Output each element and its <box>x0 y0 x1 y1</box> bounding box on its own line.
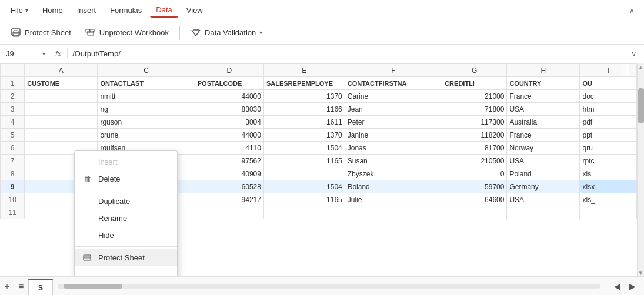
sheet-menu-button[interactable]: ≡ <box>14 279 28 293</box>
scroll-up-button[interactable]: ▲ <box>638 63 644 71</box>
cell-g11[interactable] <box>442 206 507 219</box>
collapse-icon[interactable]: ∧ <box>625 4 639 17</box>
cell-e4[interactable]: 1611 <box>263 116 345 129</box>
menu-insert[interactable]: Insert <box>71 4 102 17</box>
cell-h5[interactable]: France <box>507 129 580 142</box>
col-header-h[interactable]: H <box>507 64 580 77</box>
cell-c5[interactable]: orune <box>98 129 195 142</box>
col-header-d[interactable]: D <box>195 64 263 77</box>
cell-f11[interactable] <box>345 206 442 219</box>
cell-f4[interactable]: Peter <box>345 116 442 129</box>
context-menu-insert[interactable]: Insert <box>75 153 177 170</box>
context-menu-delete[interactable]: 🗑 Delete <box>75 170 177 187</box>
cell-h1[interactable]: COUNTRY <box>507 77 580 90</box>
cell-i11[interactable] <box>580 206 637 219</box>
cell-h4[interactable]: Australia <box>507 116 580 129</box>
cell-d11[interactable] <box>195 206 263 219</box>
cell-h3[interactable]: USA <box>507 103 580 116</box>
cell-e9[interactable]: 1504 <box>263 180 345 193</box>
formula-expand-icon[interactable]: ∨ <box>626 49 642 58</box>
scroll-left-button[interactable]: ◀ <box>610 279 624 293</box>
col-header-a[interactable]: A <box>25 64 98 77</box>
cell-reference[interactable]: J9 ▾ <box>2 49 49 58</box>
hscroll-track[interactable] <box>58 284 600 289</box>
unprotect-workbook-button[interactable]: Unprotect Workbook <box>79 25 175 41</box>
cell-a1[interactable]: CUSTOME <box>25 77 98 90</box>
cell-g8[interactable]: 0 <box>442 167 507 180</box>
cell-e7[interactable]: 1165 <box>263 155 345 167</box>
cell-h10[interactable]: USA <box>507 193 580 206</box>
cell-i5[interactable]: ppt <box>580 129 637 142</box>
cell-h11[interactable] <box>507 206 580 219</box>
cell-f7[interactable]: Susan <box>345 155 442 167</box>
cell-f3[interactable]: Jean <box>345 103 442 116</box>
cell-g4[interactable]: 117300 <box>442 116 507 129</box>
cell-h2[interactable]: France <box>507 90 580 103</box>
cell-d9[interactable]: 60528 <box>195 180 263 193</box>
cell-f5[interactable]: Janine <box>345 129 442 142</box>
cell-g5[interactable]: 118200 <box>442 129 507 142</box>
sheet-tab[interactable]: S <box>28 279 53 296</box>
cell-g10[interactable]: 64600 <box>442 193 507 206</box>
cell-e8[interactable] <box>263 167 345 180</box>
cell-i9[interactable]: xlsx <box>580 180 637 193</box>
cell-g6[interactable]: 81700 <box>442 142 507 155</box>
cell-a4[interactable] <box>25 116 98 129</box>
cell-c1[interactable]: ONTACTLAST <box>98 77 195 90</box>
cell-h8[interactable]: Poland <box>507 167 580 180</box>
cell-i6[interactable]: qru <box>580 142 637 155</box>
menu-data[interactable]: Data <box>150 3 178 18</box>
cell-g2[interactable]: 21000 <box>442 90 507 103</box>
col-header-g[interactable]: G <box>442 64 507 77</box>
cell-f8[interactable]: Zbyszek <box>345 167 442 180</box>
cell-h7[interactable]: USA <box>507 155 580 167</box>
cell-d8[interactable]: 40909 <box>195 167 263 180</box>
cell-e3[interactable]: 1166 <box>263 103 345 116</box>
cell-e5[interactable]: 1370 <box>263 129 345 142</box>
cell-g1[interactable]: CREDITLI <box>442 77 507 90</box>
cell-f10[interactable]: Julie <box>345 193 442 206</box>
cell-a5[interactable] <box>25 129 98 142</box>
context-menu-move-right[interactable]: Move Right <box>75 271 177 276</box>
cell-g7[interactable]: 210500 <box>442 155 507 167</box>
cell-f1[interactable]: CONTACTFIRSTNA <box>345 77 442 90</box>
cell-a3[interactable] <box>25 103 98 116</box>
cell-d2[interactable]: 44000 <box>195 90 263 103</box>
cell-d5[interactable]: 44000 <box>195 129 263 142</box>
cell-d6[interactable]: 4110 <box>195 142 263 155</box>
cell-d7[interactable]: 97562 <box>195 155 263 167</box>
menu-view[interactable]: View <box>181 4 209 17</box>
cell-h9[interactable]: Germany <box>507 180 580 193</box>
menu-formulas[interactable]: Formulas <box>104 4 148 17</box>
cell-f6[interactable]: Jonas <box>345 142 442 155</box>
protect-sheet-button[interactable]: Protect Sheet <box>5 25 77 41</box>
context-menu-hide[interactable]: Hide <box>75 227 177 244</box>
vscroll-thumb[interactable] <box>638 88 644 123</box>
context-menu-protect-sheet[interactable]: Protect Sheet <box>75 249 177 266</box>
cell-i3[interactable]: htm <box>580 103 637 116</box>
hscroll-thumb[interactable] <box>64 284 122 289</box>
col-header-c[interactable]: C <box>98 64 195 77</box>
cell-h6[interactable]: Norway <box>507 142 580 155</box>
cell-i7[interactable]: rptc <box>580 155 637 167</box>
scroll-down-button[interactable]: ▼ <box>638 269 644 276</box>
col-header-e[interactable]: E <box>263 64 345 77</box>
col-header-i[interactable]: I <box>580 64 637 77</box>
cell-e2[interactable]: 1370 <box>263 90 345 103</box>
cell-d1[interactable]: POSTALCODE <box>195 77 263 90</box>
cell-i10[interactable]: xls_ <box>580 193 637 206</box>
context-menu-rename[interactable]: Rename <box>75 210 177 227</box>
vertical-scrollbar[interactable]: ▲ ▼ <box>637 63 644 276</box>
cell-d10[interactable]: 94217 <box>195 193 263 206</box>
add-sheet-button[interactable]: + <box>0 279 14 293</box>
cell-i8[interactable]: xls <box>580 167 637 180</box>
cell-e10[interactable]: 1165 <box>263 193 345 206</box>
cell-d3[interactable]: 83030 <box>195 103 263 116</box>
scroll-right-button[interactable]: ▶ <box>625 279 639 293</box>
menu-home[interactable]: Home <box>36 4 69 17</box>
menu-file[interactable]: File ▾ <box>5 4 34 17</box>
cell-i1[interactable]: OU <box>580 77 637 90</box>
cell-c3[interactable]: ng <box>98 103 195 116</box>
cell-i2[interactable]: doc <box>580 90 637 103</box>
cell-e1[interactable]: SALESREPEMPLOYE <box>263 77 345 90</box>
